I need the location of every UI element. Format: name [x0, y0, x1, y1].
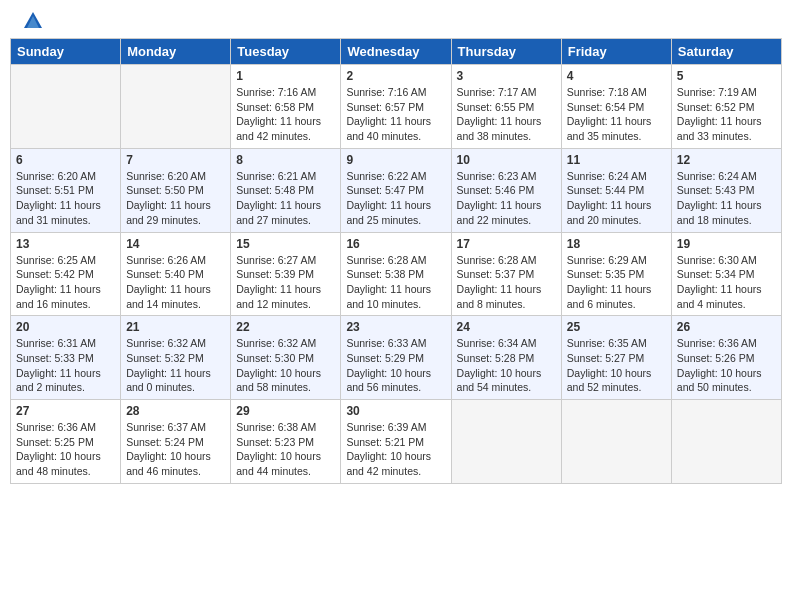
day-number: 27 — [16, 404, 115, 418]
calendar-day-cell: 24Sunrise: 6:34 AM Sunset: 5:28 PM Dayli… — [451, 316, 561, 400]
day-of-week-header: Friday — [561, 39, 671, 65]
day-info: Sunrise: 6:22 AM Sunset: 5:47 PM Dayligh… — [346, 169, 445, 228]
day-info: Sunrise: 6:29 AM Sunset: 5:35 PM Dayligh… — [567, 253, 666, 312]
calendar-day-cell: 22Sunrise: 6:32 AM Sunset: 5:30 PM Dayli… — [231, 316, 341, 400]
day-info: Sunrise: 6:32 AM Sunset: 5:32 PM Dayligh… — [126, 336, 225, 395]
day-number: 15 — [236, 237, 335, 251]
calendar-day-cell: 26Sunrise: 6:36 AM Sunset: 5:26 PM Dayli… — [671, 316, 781, 400]
calendar-day-cell: 8Sunrise: 6:21 AM Sunset: 5:48 PM Daylig… — [231, 148, 341, 232]
calendar-day-cell: 27Sunrise: 6:36 AM Sunset: 5:25 PM Dayli… — [11, 400, 121, 484]
calendar-week-row: 27Sunrise: 6:36 AM Sunset: 5:25 PM Dayli… — [11, 400, 782, 484]
calendar-day-cell: 29Sunrise: 6:38 AM Sunset: 5:23 PM Dayli… — [231, 400, 341, 484]
day-number: 4 — [567, 69, 666, 83]
calendar-day-cell: 16Sunrise: 6:28 AM Sunset: 5:38 PM Dayli… — [341, 232, 451, 316]
day-info: Sunrise: 7:19 AM Sunset: 6:52 PM Dayligh… — [677, 85, 776, 144]
day-info: Sunrise: 7:16 AM Sunset: 6:57 PM Dayligh… — [346, 85, 445, 144]
day-of-week-header: Tuesday — [231, 39, 341, 65]
day-number: 18 — [567, 237, 666, 251]
day-number: 14 — [126, 237, 225, 251]
calendar-day-cell — [671, 400, 781, 484]
day-of-week-header: Saturday — [671, 39, 781, 65]
page-header — [10, 10, 782, 32]
day-number: 7 — [126, 153, 225, 167]
calendar-day-cell: 1Sunrise: 7:16 AM Sunset: 6:58 PM Daylig… — [231, 65, 341, 149]
day-info: Sunrise: 6:38 AM Sunset: 5:23 PM Dayligh… — [236, 420, 335, 479]
day-number: 29 — [236, 404, 335, 418]
day-number: 2 — [346, 69, 445, 83]
day-info: Sunrise: 6:21 AM Sunset: 5:48 PM Dayligh… — [236, 169, 335, 228]
day-info: Sunrise: 7:16 AM Sunset: 6:58 PM Dayligh… — [236, 85, 335, 144]
calendar-day-cell: 25Sunrise: 6:35 AM Sunset: 5:27 PM Dayli… — [561, 316, 671, 400]
calendar-day-cell: 12Sunrise: 6:24 AM Sunset: 5:43 PM Dayli… — [671, 148, 781, 232]
day-info: Sunrise: 6:28 AM Sunset: 5:37 PM Dayligh… — [457, 253, 556, 312]
calendar-day-cell: 2Sunrise: 7:16 AM Sunset: 6:57 PM Daylig… — [341, 65, 451, 149]
day-number: 24 — [457, 320, 556, 334]
day-number: 30 — [346, 404, 445, 418]
day-info: Sunrise: 6:24 AM Sunset: 5:44 PM Dayligh… — [567, 169, 666, 228]
calendar-day-cell — [121, 65, 231, 149]
day-info: Sunrise: 6:30 AM Sunset: 5:34 PM Dayligh… — [677, 253, 776, 312]
day-info: Sunrise: 6:36 AM Sunset: 5:25 PM Dayligh… — [16, 420, 115, 479]
calendar-week-row: 1Sunrise: 7:16 AM Sunset: 6:58 PM Daylig… — [11, 65, 782, 149]
calendar-day-cell: 3Sunrise: 7:17 AM Sunset: 6:55 PM Daylig… — [451, 65, 561, 149]
calendar-day-cell — [561, 400, 671, 484]
calendar-day-cell — [451, 400, 561, 484]
day-info: Sunrise: 6:24 AM Sunset: 5:43 PM Dayligh… — [677, 169, 776, 228]
day-number: 9 — [346, 153, 445, 167]
day-of-week-header: Sunday — [11, 39, 121, 65]
calendar-day-cell: 28Sunrise: 6:37 AM Sunset: 5:24 PM Dayli… — [121, 400, 231, 484]
day-number: 28 — [126, 404, 225, 418]
calendar-day-cell: 11Sunrise: 6:24 AM Sunset: 5:44 PM Dayli… — [561, 148, 671, 232]
day-number: 23 — [346, 320, 445, 334]
day-number: 13 — [16, 237, 115, 251]
calendar-day-cell: 19Sunrise: 6:30 AM Sunset: 5:34 PM Dayli… — [671, 232, 781, 316]
logo — [20, 10, 46, 32]
calendar-day-cell: 30Sunrise: 6:39 AM Sunset: 5:21 PM Dayli… — [341, 400, 451, 484]
day-info: Sunrise: 6:28 AM Sunset: 5:38 PM Dayligh… — [346, 253, 445, 312]
calendar-day-cell: 9Sunrise: 6:22 AM Sunset: 5:47 PM Daylig… — [341, 148, 451, 232]
calendar-day-cell: 5Sunrise: 7:19 AM Sunset: 6:52 PM Daylig… — [671, 65, 781, 149]
day-number: 5 — [677, 69, 776, 83]
calendar-day-cell: 18Sunrise: 6:29 AM Sunset: 5:35 PM Dayli… — [561, 232, 671, 316]
calendar-day-cell: 10Sunrise: 6:23 AM Sunset: 5:46 PM Dayli… — [451, 148, 561, 232]
day-of-week-header: Monday — [121, 39, 231, 65]
calendar-day-cell: 13Sunrise: 6:25 AM Sunset: 5:42 PM Dayli… — [11, 232, 121, 316]
day-number: 1 — [236, 69, 335, 83]
calendar-week-row: 20Sunrise: 6:31 AM Sunset: 5:33 PM Dayli… — [11, 316, 782, 400]
calendar-day-cell: 4Sunrise: 7:18 AM Sunset: 6:54 PM Daylig… — [561, 65, 671, 149]
calendar-header-row: SundayMondayTuesdayWednesdayThursdayFrid… — [11, 39, 782, 65]
day-number: 25 — [567, 320, 666, 334]
calendar-day-cell: 14Sunrise: 6:26 AM Sunset: 5:40 PM Dayli… — [121, 232, 231, 316]
day-info: Sunrise: 6:31 AM Sunset: 5:33 PM Dayligh… — [16, 336, 115, 395]
day-number: 10 — [457, 153, 556, 167]
day-number: 26 — [677, 320, 776, 334]
calendar-day-cell: 15Sunrise: 6:27 AM Sunset: 5:39 PM Dayli… — [231, 232, 341, 316]
logo-icon — [22, 10, 44, 32]
day-info: Sunrise: 6:35 AM Sunset: 5:27 PM Dayligh… — [567, 336, 666, 395]
calendar-week-row: 6Sunrise: 6:20 AM Sunset: 5:51 PM Daylig… — [11, 148, 782, 232]
day-info: Sunrise: 6:36 AM Sunset: 5:26 PM Dayligh… — [677, 336, 776, 395]
day-info: Sunrise: 6:20 AM Sunset: 5:51 PM Dayligh… — [16, 169, 115, 228]
calendar-day-cell: 17Sunrise: 6:28 AM Sunset: 5:37 PM Dayli… — [451, 232, 561, 316]
day-number: 12 — [677, 153, 776, 167]
day-number: 17 — [457, 237, 556, 251]
calendar-day-cell: 23Sunrise: 6:33 AM Sunset: 5:29 PM Dayli… — [341, 316, 451, 400]
calendar-day-cell: 21Sunrise: 6:32 AM Sunset: 5:32 PM Dayli… — [121, 316, 231, 400]
day-info: Sunrise: 7:17 AM Sunset: 6:55 PM Dayligh… — [457, 85, 556, 144]
calendar-week-row: 13Sunrise: 6:25 AM Sunset: 5:42 PM Dayli… — [11, 232, 782, 316]
day-number: 8 — [236, 153, 335, 167]
day-number: 20 — [16, 320, 115, 334]
day-info: Sunrise: 7:18 AM Sunset: 6:54 PM Dayligh… — [567, 85, 666, 144]
day-info: Sunrise: 6:37 AM Sunset: 5:24 PM Dayligh… — [126, 420, 225, 479]
calendar-day-cell: 20Sunrise: 6:31 AM Sunset: 5:33 PM Dayli… — [11, 316, 121, 400]
calendar-table: SundayMondayTuesdayWednesdayThursdayFrid… — [10, 38, 782, 484]
day-number: 19 — [677, 237, 776, 251]
day-info: Sunrise: 6:25 AM Sunset: 5:42 PM Dayligh… — [16, 253, 115, 312]
day-info: Sunrise: 6:33 AM Sunset: 5:29 PM Dayligh… — [346, 336, 445, 395]
calendar-day-cell: 7Sunrise: 6:20 AM Sunset: 5:50 PM Daylig… — [121, 148, 231, 232]
day-info: Sunrise: 6:20 AM Sunset: 5:50 PM Dayligh… — [126, 169, 225, 228]
day-number: 21 — [126, 320, 225, 334]
day-of-week-header: Thursday — [451, 39, 561, 65]
day-info: Sunrise: 6:27 AM Sunset: 5:39 PM Dayligh… — [236, 253, 335, 312]
calendar-day-cell: 6Sunrise: 6:20 AM Sunset: 5:51 PM Daylig… — [11, 148, 121, 232]
